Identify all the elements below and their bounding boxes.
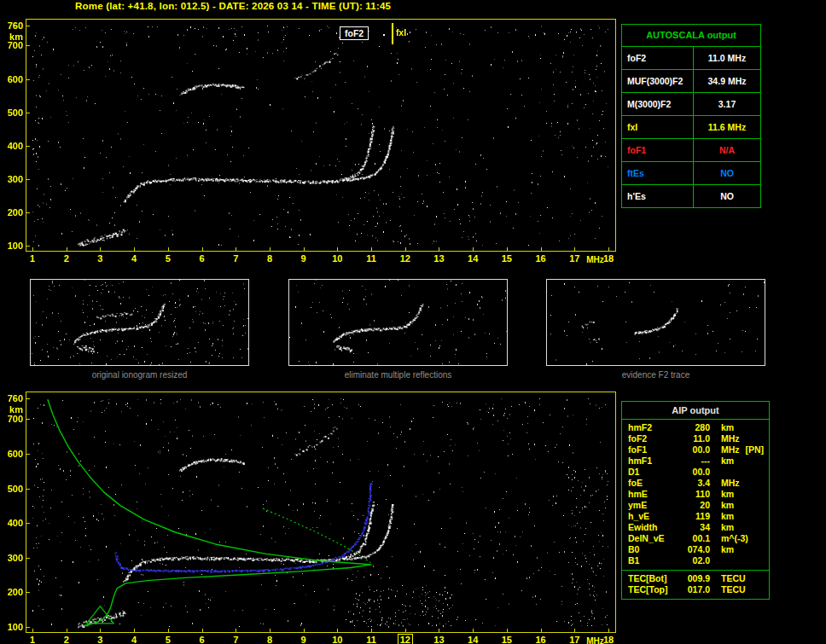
aip-row: foF211.0MHz — [622, 433, 769, 444]
x-tick-value: 11 — [366, 253, 376, 264]
y-tick-label: 600 — [1, 450, 23, 459]
aip-label: foF1 — [628, 444, 678, 455]
x-tick-label: 17 — [564, 253, 585, 264]
aip-row: hmF1---km — [622, 455, 769, 467]
aip-note: [PN] — [745, 444, 764, 455]
x-axis-unit: MHz — [586, 636, 604, 644]
x-tick-label: 2 — [56, 253, 77, 264]
aip-label: hmF1 — [628, 455, 678, 467]
x-tick-value: 14 — [468, 635, 478, 644]
aip-unit: m^(-3) — [721, 533, 748, 544]
aip-unit: km — [721, 511, 734, 522]
x-tick-value: 8 — [267, 635, 272, 644]
aip-label: DelN_vE — [628, 533, 678, 544]
x-tick-value: 18 — [603, 253, 614, 264]
aip-label: h_vE — [628, 511, 678, 522]
fxi-marker-line — [392, 23, 393, 44]
x-tick-value: 1 — [30, 635, 35, 644]
y-tick-label: 300 — [1, 554, 23, 563]
x-tick-label: 6 — [192, 635, 212, 644]
x-tick-label: 1 — [22, 635, 43, 644]
autoscala-row-label: M(3000)F2 — [622, 93, 694, 115]
aip-label: hmF2 — [628, 422, 678, 433]
x-tick-label: 1 — [22, 253, 43, 264]
x-tick-value: 5 — [166, 635, 171, 644]
autoscala-row: foF1N/A — [622, 139, 760, 162]
x-tick-value: 11 — [366, 635, 376, 644]
x-tick-value: 4 — [131, 253, 137, 264]
autoscala-row-label: MUF(3000)F2 — [622, 70, 694, 92]
aip-row: foF100.0MHz[PN] — [622, 444, 769, 455]
thumbnail-caption-original: original ionogram resized — [30, 370, 249, 380]
x-tick-label: 12 — [395, 253, 416, 264]
aip-row: Ewidth34km — [622, 522, 769, 533]
aip-separator-line — [622, 570, 769, 571]
aip-value: 110 — [678, 489, 710, 500]
x-tick-value: 9 — [301, 253, 306, 264]
x-tick-value: 12 — [398, 634, 413, 644]
aip-label: TEC[Bot] — [628, 573, 678, 584]
x-tick-label: 16 — [531, 635, 551, 644]
x-tick-value: 6 — [199, 635, 204, 644]
x-tick-label: 14 — [462, 635, 483, 644]
thumbnail-caption-f2: evidence F2 trace — [546, 370, 765, 380]
aip-row: D100.0 — [622, 467, 769, 478]
x-tick-label: 9 — [294, 635, 314, 644]
aip-table-rows: hmF2280kmfoF211.0MHzfoF100.0MHz[PN]hmF1-… — [622, 420, 769, 566]
aip-value: 00.1 — [678, 533, 710, 544]
autoscala-row-label: fxI — [622, 116, 694, 138]
x-tick-value: 13 — [433, 635, 444, 644]
autoscala-row-label: ftEs — [622, 162, 694, 184]
x-tick-label: 13 — [428, 253, 449, 264]
aip-output-table: AIP output hmF2280kmfoF211.0MHzfoF100.0M… — [621, 401, 770, 600]
x-tick-value: 16 — [535, 635, 545, 644]
x-tick-value: 15 — [502, 635, 512, 644]
aip-row: hmF2280km — [622, 422, 769, 433]
y-tick-label: 760 — [1, 394, 23, 403]
autoscala-row-label: h'Es — [622, 185, 694, 207]
aip-row: B102.0 — [622, 555, 769, 566]
thumbnail-cleaned-canvas — [289, 280, 507, 365]
autoscala-row: MUF(3000)F234.9 MHz — [622, 70, 760, 93]
thumbnail-original-canvas — [31, 280, 248, 365]
fof2-marker-dot — [383, 34, 385, 36]
thumbnail-original-ionogram — [30, 279, 249, 366]
x-tick-label: 8 — [259, 253, 280, 264]
autoscala-row-value: 11.6 MHz — [694, 116, 760, 138]
x-tick-label: 17 — [564, 635, 585, 644]
y-tick-label: 200 — [1, 588, 23, 597]
x-tick-label: 7 — [225, 635, 246, 644]
x-tick-label: 15 — [497, 253, 517, 264]
autoscala-row-label: foF1 — [622, 139, 694, 161]
aip-row: foE3.4MHz — [622, 478, 769, 489]
x-tick-value: 14 — [468, 253, 478, 264]
y-tick-label: 700 — [1, 415, 23, 424]
aip-value: --- — [678, 455, 710, 467]
y-axis-unit: km — [1, 32, 23, 42]
aip-label: foE — [628, 478, 678, 489]
autoscala-row-value: NO — [694, 162, 760, 184]
aip-value: 3.4 — [678, 478, 710, 489]
x-tick-value: 8 — [267, 253, 272, 264]
y-tick-label: 700 — [1, 41, 23, 50]
x-tick-label: 11 — [361, 253, 381, 264]
x-tick-value: 10 — [332, 635, 342, 644]
thumbnail-cleaned-ionogram — [288, 279, 508, 366]
x-tick-label: 9 — [294, 253, 314, 264]
autoscala-row: fxI11.6 MHz — [622, 116, 760, 139]
y-tick-label: 760 — [1, 21, 23, 31]
aip-row: B0074.0km — [622, 544, 769, 555]
y-tick-label: 400 — [1, 142, 23, 151]
aip-row: DelN_vE00.1m^(-3) — [622, 533, 769, 544]
aip-value: 34 — [678, 522, 710, 533]
thumbnail-f2-evidence — [546, 279, 765, 366]
x-tick-label: 14 — [462, 253, 483, 264]
x-tick-value: 15 — [502, 253, 512, 264]
autoscala-row-value: 3.17 — [694, 93, 760, 115]
x-tick-label: 4 — [124, 253, 144, 264]
x-tick-value: 4 — [131, 635, 137, 644]
autoscala-row: M(3000)F23.17 — [622, 93, 760, 116]
x-tick-label: 5 — [158, 253, 178, 264]
aip-unit: km — [721, 489, 734, 500]
aip-value: 074.0 — [678, 544, 710, 555]
